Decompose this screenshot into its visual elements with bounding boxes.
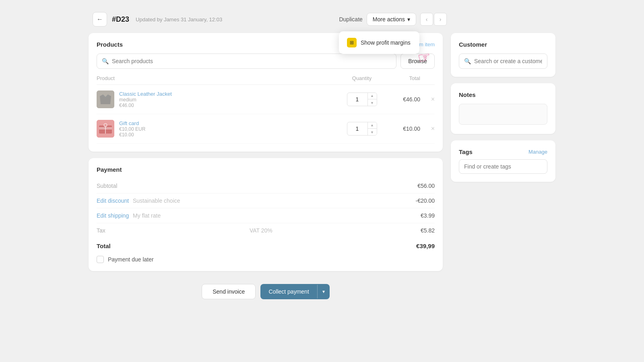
product-price: €10.00 xyxy=(119,132,340,138)
payment-due-label: Payment due later xyxy=(108,256,154,263)
qty-up-button[interactable]: ▲ xyxy=(368,93,377,99)
customer-title: Customer xyxy=(459,41,547,48)
back-button[interactable]: ← xyxy=(93,12,107,27)
row-total: €10.00 xyxy=(384,125,420,132)
product-search-icon: 🔍 xyxy=(102,58,109,64)
table-row: Classic Leather Jacket medium €46.00 ▲ ▼ xyxy=(97,85,435,114)
products-title: Products xyxy=(97,41,123,48)
more-actions-dropdown: ⊞ Show profit margins xyxy=(339,31,419,54)
more-actions-chevron-icon: ▾ xyxy=(407,16,410,23)
product-name-link[interactable]: Classic Leather Jacket xyxy=(119,91,340,97)
tags-header: Tags Manage xyxy=(459,148,547,155)
tax-label: Tax xyxy=(97,227,250,234)
order-id: #D23 xyxy=(112,15,129,24)
notes-input[interactable] xyxy=(459,104,547,125)
customer-search-icon: 🔍 xyxy=(464,58,471,64)
col-qty-header: Quantity xyxy=(340,75,384,81)
tax-desc: VAT 20% xyxy=(250,227,402,234)
table-row: Gift card €10,00 EUR €10.00 ▲ ▼ xyxy=(97,114,435,144)
qty-input-group[interactable]: ▲ ▼ xyxy=(347,122,377,136)
discount-value: -€20.00 xyxy=(402,197,435,204)
product-info: Gift card €10,00 EUR €10.00 xyxy=(119,120,340,138)
profit-margins-label: Show profit margins xyxy=(361,39,411,46)
edit-shipping-button[interactable]: Edit shipping xyxy=(97,212,133,219)
back-icon: ← xyxy=(97,16,103,23)
nav-prev-button[interactable]: ‹ xyxy=(420,13,433,26)
product-variant: €10,00 EUR xyxy=(119,126,340,132)
subtotal-row: Subtotal €56.00 xyxy=(97,179,435,193)
collect-payment-label: Collect payment xyxy=(260,284,317,299)
show-profit-margins-item[interactable]: ⊞ Show profit margins xyxy=(342,35,416,51)
total-row: Total €39,99 xyxy=(97,238,435,249)
svg-point-5 xyxy=(104,123,107,127)
collect-payment-button[interactable]: Collect payment ▾ xyxy=(260,284,329,299)
tags-input[interactable] xyxy=(459,159,547,174)
more-actions-label: More actions xyxy=(373,16,405,23)
product-search-input[interactable] xyxy=(112,58,391,64)
order-meta: Updated by James 31 January, 12:03 xyxy=(136,16,222,23)
col-product-header: Product xyxy=(97,75,340,81)
subtotal-value: €56.00 xyxy=(402,183,435,189)
bottom-actions: Send invoice Collect payment ▾ xyxy=(89,284,443,299)
collect-chevron-icon[interactable]: ▾ xyxy=(317,285,330,298)
nav-next-button[interactable]: › xyxy=(434,13,447,26)
payment-due-row: Payment due later xyxy=(97,256,435,263)
total-value: €39,99 xyxy=(416,243,435,249)
product-name-link[interactable]: Gift card xyxy=(119,120,340,126)
qty-arrows: ▲ ▼ xyxy=(367,122,377,136)
discount-desc: Sustainable choice xyxy=(133,197,402,204)
col-total-header: Total xyxy=(384,75,420,81)
browse-button[interactable]: Browse xyxy=(400,53,435,69)
tags-card: Tags Manage xyxy=(451,140,555,182)
header-actions: Duplicate More actions ▾ ‹ › ⊞ Show prof… xyxy=(339,13,447,26)
tags-title: Tags xyxy=(459,148,528,155)
qty-input[interactable] xyxy=(347,125,367,132)
products-table-header: Product Quantity Total xyxy=(97,75,435,85)
product-info: Classic Leather Jacket medium €46.00 xyxy=(119,91,340,108)
qty-down-button[interactable]: ▼ xyxy=(368,129,377,136)
tax-row: Tax VAT 20% €5.82 xyxy=(97,223,435,238)
payment-title: Payment xyxy=(97,166,435,173)
notes-card: Notes xyxy=(451,83,555,134)
product-thumbnail xyxy=(97,90,114,108)
discount-row: Edit discount Sustainable choice -€20.00 xyxy=(97,193,435,208)
duplicate-button[interactable]: Duplicate xyxy=(339,16,362,23)
more-actions-button[interactable]: More actions ▾ xyxy=(367,13,416,26)
row-total: €46.00 xyxy=(384,96,420,103)
remove-row-button[interactable]: × xyxy=(420,125,435,132)
qty-arrows: ▲ ▼ xyxy=(367,93,377,106)
subtotal-label: Subtotal xyxy=(97,183,402,189)
product-price: €46.00 xyxy=(119,103,340,108)
payment-rows: Subtotal €56.00 Edit discount Sustainabl… xyxy=(97,179,435,238)
customer-card: Customer 🔍 xyxy=(451,33,555,77)
edit-discount-button[interactable]: Edit discount xyxy=(97,197,133,204)
product-search-wrap[interactable]: 🔍 xyxy=(97,53,396,69)
total-label: Total xyxy=(97,243,416,249)
remove-row-button[interactable]: × xyxy=(420,96,435,103)
product-variant: medium xyxy=(119,97,340,103)
qty-input-group[interactable]: ▲ ▼ xyxy=(347,93,377,106)
nav-arrows: ‹ › xyxy=(420,13,447,26)
payment-card: Payment Subtotal €56.00 Edit discount Su… xyxy=(89,158,443,271)
tax-value: €5.82 xyxy=(402,227,435,234)
customer-search-input[interactable] xyxy=(474,58,542,64)
payment-due-checkbox[interactable] xyxy=(97,256,104,263)
shipping-desc: My flat rate xyxy=(133,212,402,219)
customer-search-wrap[interactable]: 🔍 xyxy=(459,53,547,69)
qty-down-button[interactable]: ▼ xyxy=(368,99,377,106)
shipping-row: Edit shipping My flat rate €3.99 xyxy=(97,208,435,223)
profit-margins-icon: ⊞ xyxy=(347,38,357,47)
product-thumbnail xyxy=(97,120,114,138)
shipping-value: €3.99 xyxy=(402,212,435,219)
qty-up-button[interactable]: ▲ xyxy=(368,122,377,129)
send-invoice-button[interactable]: Send invoice xyxy=(202,284,256,299)
product-search-row: 🔍 Browse xyxy=(97,53,435,69)
qty-input[interactable] xyxy=(347,96,367,103)
manage-tags-button[interactable]: Manage xyxy=(528,149,547,155)
notes-title: Notes xyxy=(459,91,547,98)
